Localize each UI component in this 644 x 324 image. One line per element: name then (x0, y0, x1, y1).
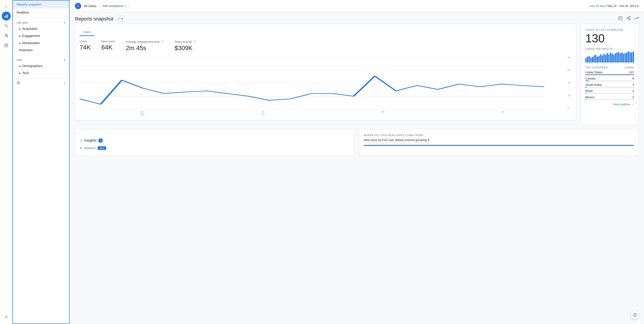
sidebar-item-tech[interactable]: ▶ Tech (13, 69, 69, 77)
sidebar-section-lifecycle[interactable]: Life cycle ∧ (13, 18, 69, 25)
mini-bar (631, 53, 632, 63)
users-tab[interactable]: Users (80, 28, 94, 36)
country-name: Canada (585, 77, 596, 80)
date-range-text: Sep 23 – Oct 20, 2022 (607, 4, 636, 7)
sidebar-section-user[interactable]: User ∧ (13, 56, 69, 62)
metric-revenue-value: $309K (174, 44, 196, 52)
date-range-button[interactable]: Sep 23 – Oct 20, 2022 ▾ (607, 4, 639, 7)
sidebar-item-realtime[interactable]: Realtime (13, 8, 69, 16)
sidebar-item-demographics[interactable]: ▶ Demographics (13, 62, 69, 69)
mini-bar (621, 53, 622, 63)
x-label-oct02: 02 Oct (261, 110, 265, 116)
country-row: United States 107 (585, 71, 634, 75)
y-label-8k: 8K (568, 56, 571, 59)
metric-new-users-label: New users (102, 40, 115, 43)
feedback-button[interactable] (630, 311, 640, 320)
chart-container: 8K 6K 4K 2K 0 (80, 56, 572, 110)
metric-users-value: 74K (80, 44, 91, 51)
all-users-label: All Users (84, 4, 96, 8)
mini-bar (589, 56, 590, 63)
status-badge-arrow: ▾ (121, 17, 123, 20)
svg-point-6 (6, 34, 8, 36)
new-users-section-label: WHERE DO YOUR NEW USERS COME FROM? (364, 134, 634, 137)
settings-gear-icon[interactable]: ⚙ (16, 80, 20, 85)
country-name: Mexico (585, 96, 594, 99)
lifecycle-section-label: Life cycle (16, 21, 28, 24)
bottom-row: placeholder ↗ Insights 4 ✦ INSIGHT New (75, 129, 639, 156)
y-label-0: 0 (568, 107, 571, 110)
mini-bar (597, 57, 598, 63)
add-comparison-button[interactable]: Add comparison + (99, 3, 129, 9)
svg-rect-1 (6, 15, 6, 18)
svg-rect-25 (634, 314, 637, 316)
sidebar-item-engagement[interactable]: ▶ Engagement (13, 32, 69, 39)
engagement-chevron: ▶ (19, 35, 21, 37)
country-users: 3 (632, 83, 634, 86)
mini-bar (623, 54, 624, 63)
sidebar-item-acquisition[interactable]: ▶ Acquisition (13, 25, 69, 32)
sidebar-collapse-arrow[interactable]: ‹ (64, 81, 66, 85)
settings-nav-icon[interactable] (2, 313, 11, 321)
date-arrow-icon: ▾ (637, 4, 639, 7)
top-countries-header: TOP COUNTRIES USERS (585, 66, 634, 69)
mini-bar (600, 54, 601, 63)
status-check-icon: ✓ (118, 17, 120, 21)
mini-bar (592, 57, 593, 63)
metric-revenue: Total revenue ⓘ $309K (174, 40, 196, 52)
app-container: ⌂ Reports snapshot Realtime Life (0, 0, 644, 324)
mini-bar (626, 53, 627, 63)
new-users-dropdown[interactable]: New users by First user default channel … (364, 138, 429, 142)
svg-line-18 (628, 18, 629, 19)
y-label-6k: 6K (568, 69, 571, 71)
stats-tabs: Users (80, 28, 572, 36)
sidebar-item-reports-snapshot[interactable]: Reports snapshot (13, 0, 69, 8)
edit-icon[interactable] (618, 16, 622, 22)
sidebar: Reports snapshot Realtime Life cycle ∧ ▶… (12, 0, 70, 324)
mini-bar (598, 56, 600, 63)
share-icon[interactable] (626, 16, 630, 22)
search-nav-icon[interactable] (2, 21, 11, 30)
mini-bar (620, 53, 621, 63)
revenue-info-icon[interactable]: ⓘ (193, 40, 196, 44)
mini-bar (610, 53, 611, 63)
engagement-info-icon[interactable]: ⓘ (161, 40, 164, 44)
mini-bars-chart (585, 51, 634, 63)
reports-list-nav-icon[interactable] (2, 41, 11, 50)
mini-bar (595, 55, 596, 63)
svg-point-16 (627, 18, 628, 19)
audience-nav-icon[interactable] (2, 31, 11, 40)
svg-rect-2 (7, 14, 8, 18)
user-section-label: User (16, 58, 22, 61)
analytics-nav-icon[interactable] (2, 11, 11, 20)
sidebar-item-monetization[interactable]: ▶ Monetization (13, 39, 69, 46)
lifecycle-collapse-icon: ∧ (64, 21, 66, 24)
svg-line-19 (628, 17, 629, 18)
mini-bar (612, 54, 612, 63)
insights-count-badge: 4 (98, 138, 103, 143)
country-row: Brazil 2 (585, 89, 634, 94)
home-nav-icon[interactable]: ⌂ (2, 2, 11, 11)
page-header-actions (618, 16, 639, 22)
insights-trend-icon: ↗ (80, 139, 82, 143)
chart-y-labels: 8K 6K 4K 2K 0 (567, 56, 572, 110)
top-bar: A All Users Add comparison + Last 28 day… (70, 0, 644, 12)
users-tab-label: Users (83, 30, 91, 34)
page-header: Reports snapshot ✓ ▾ (70, 12, 644, 24)
country-row: Canada 9 (585, 77, 634, 81)
add-comparison-plus-icon: + (124, 4, 126, 7)
country-name: Brazil (585, 89, 593, 93)
realtime-label: USERS IN LAST 30 MINUTES (585, 28, 634, 31)
mini-bar (615, 53, 616, 63)
view-realtime-link[interactable]: View realtime → (585, 103, 634, 106)
country-users: 2 (632, 96, 634, 99)
chart-x-labels: 25 Sep 02 Oct 09 16 (80, 110, 572, 116)
x-label-oct09: 09 (382, 110, 384, 116)
new-users-dropdown-label: New users by First user default channel … (364, 138, 427, 142)
trending-icon[interactable] (634, 16, 639, 22)
status-badge[interactable]: ✓ ▾ (115, 15, 125, 22)
sidebar-item-acquisition-label: Acquisition (22, 27, 38, 30)
sidebar-item-retention[interactable]: Retention (13, 46, 69, 54)
add-comparison-label: Add comparison (102, 4, 123, 7)
users-per-minute-label: USERS PER MINUTE (585, 47, 634, 50)
svg-point-5 (5, 34, 6, 36)
